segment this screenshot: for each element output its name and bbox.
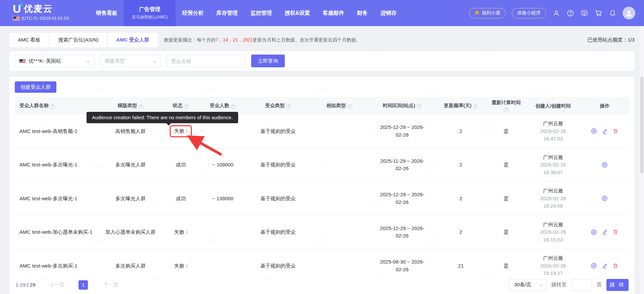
view-icon[interactable] bbox=[591, 229, 597, 235]
scrollbar-thumb[interactable] bbox=[640, 76, 643, 173]
user-avatar[interactable] bbox=[623, 7, 635, 19]
col-similar-type: 相似类型? bbox=[310, 97, 369, 115]
nav-customer-email[interactable]: 客服邮件 bbox=[316, 0, 351, 26]
col-recalc-time: 重新计算时间? bbox=[486, 97, 526, 115]
col-audience-name: 受众人群名称? bbox=[15, 97, 99, 115]
logo-dot bbox=[19, 3, 22, 6]
update-days-highlight: 7，14，21，28日 bbox=[216, 37, 253, 43]
status-info-icon[interactable]: i bbox=[186, 128, 187, 134]
chevron-down-icon bbox=[539, 282, 543, 288]
edit-icon[interactable] bbox=[602, 229, 608, 235]
us-flag-icon bbox=[19, 59, 26, 63]
delete-icon[interactable] bbox=[612, 229, 619, 235]
col-actions: 操作 bbox=[580, 97, 629, 115]
delete-icon[interactable] bbox=[612, 128, 619, 134]
nav-inventory[interactable]: 库存管理 bbox=[210, 0, 244, 26]
topbar-right-actions: 福利小屋 体验小程序 bbox=[469, 0, 635, 26]
nav-ad-management[interactable]: 广告管理 亚马逊营销云(AMC) bbox=[124, 0, 176, 26]
chevron-down-icon bbox=[86, 58, 90, 64]
tab-amc-dashboard[interactable]: AMC 看板 bbox=[9, 33, 49, 47]
view-icon[interactable] bbox=[591, 263, 597, 269]
help-icon[interactable]: ? bbox=[286, 104, 291, 109]
view-icon[interactable] bbox=[591, 128, 597, 134]
top-navigation-bar: U 优麦云 (UTC-7): 03/19 01:01:03 销售看板 广告管理 … bbox=[0, 0, 644, 26]
col-creator-time: 创建人/创建时间 bbox=[526, 97, 580, 115]
edit-icon[interactable] bbox=[602, 128, 608, 134]
view-icon[interactable] bbox=[601, 195, 608, 202]
nav-business-analysis[interactable]: 经营分析 bbox=[176, 0, 210, 26]
cart-icon[interactable] bbox=[594, 9, 602, 17]
col-update-frequency: 更新频率(天)? bbox=[436, 97, 486, 115]
bell-icon[interactable] bbox=[608, 9, 616, 17]
audience-name-input[interactable] bbox=[167, 55, 246, 67]
tab-amc-audience[interactable]: AMC 受众人群 bbox=[108, 33, 158, 47]
filter-bar: 优***K- 美国站 模版类型 立即查询 bbox=[9, 51, 635, 71]
help-icon[interactable]: ? bbox=[139, 104, 144, 109]
page-unit-label: 页 bbox=[597, 282, 602, 288]
mini-program-button[interactable]: 体验小程序 bbox=[512, 8, 546, 18]
page-size-select[interactable]: 30条/页 bbox=[509, 279, 547, 291]
chevron-down-icon bbox=[153, 58, 157, 64]
table-row: AMC test-web-加心愿单未购买-1 加入心愿单未购买人群 失败i 基于… bbox=[15, 215, 629, 249]
nav-ad-management-sub: 亚马逊营销云(AMC) bbox=[132, 14, 168, 20]
help-icon[interactable] bbox=[566, 9, 574, 17]
audience-list-panel: 创建受众人群 受众人群名称? 模版类型? 状态? 受众人数? 受众类型? 相似类… bbox=[9, 77, 635, 294]
jump-page-input[interactable] bbox=[571, 279, 592, 291]
brand-block: U 优麦云 (UTC-7): 03/19 01:01:03 bbox=[13, 0, 85, 26]
nav-purchase-sale-stock[interactable]: 进销存 bbox=[374, 0, 403, 26]
error-tooltip: Audience creation failed: There are no m… bbox=[87, 112, 238, 123]
us-flag-icon bbox=[13, 16, 19, 20]
col-audience-type: 受众类型? bbox=[246, 97, 310, 115]
audience-table: 受众人群名称? 模版类型? 状态? 受众人数? 受众类型? 相似类型? 时间区间… bbox=[15, 97, 629, 294]
nav-sales-dashboard[interactable]: 销售看板 bbox=[90, 0, 124, 26]
app-logo[interactable]: U bbox=[13, 3, 21, 14]
list-toolbar: 创建受众人群 bbox=[9, 77, 635, 97]
data-update-notice: 数据更新频次：每个月的 7，14，21，28日 更新当月和上月数据。首次开通更新… bbox=[164, 33, 361, 47]
pagination-range: 1-29 / 29 bbox=[15, 282, 35, 288]
pagination-bar: 1-29 / 29 上一页 1 下一页 30条/页 跳转至 页 跳 转 bbox=[9, 276, 635, 294]
site-quota-text: 已使用站点额度：1/3 bbox=[587, 33, 635, 47]
help-icon[interactable]: ? bbox=[347, 104, 352, 109]
help-icon[interactable]: ? bbox=[231, 104, 236, 109]
nav-authorization-settings[interactable]: 授权&设置 bbox=[278, 0, 317, 26]
status-info-icon[interactable]: i bbox=[186, 229, 187, 235]
status-info-icon[interactable]: i bbox=[186, 263, 187, 269]
tab-search-ad-asin[interactable]: 搜索广告位(ASIN) bbox=[50, 33, 107, 47]
help-icon[interactable]: ? bbox=[473, 104, 478, 109]
jump-button[interactable]: 跳 转 bbox=[606, 279, 629, 291]
search-button[interactable]: 立即查询 bbox=[251, 55, 285, 67]
help-icon[interactable]: ? bbox=[184, 104, 189, 109]
tab-bar: AMC 看板 搜索广告位(ASIN) AMC 受众人群 数据更新频次：每个月的 … bbox=[0, 26, 644, 47]
vertical-scrollbar bbox=[640, 26, 644, 294]
app-title: 优麦云 bbox=[24, 3, 53, 15]
help-icon[interactable]: ? bbox=[417, 104, 422, 109]
help-icon[interactable]: ? bbox=[504, 107, 509, 112]
delete-icon[interactable] bbox=[612, 263, 619, 269]
nav-finance[interactable]: 财务 bbox=[351, 0, 374, 26]
audience-name-cell: AMC test-web-高销售额-2 bbox=[15, 115, 99, 148]
message-icon[interactable] bbox=[580, 9, 588, 17]
col-time-range: 时间区间(站点)? bbox=[369, 97, 436, 115]
failed-status-annotation: 失败i bbox=[170, 125, 192, 137]
next-page-button[interactable]: 下一页 bbox=[103, 282, 118, 288]
edit-icon[interactable] bbox=[602, 263, 608, 269]
welfare-house-button[interactable]: 福利小屋 bbox=[469, 8, 506, 18]
page-number-button[interactable]: 1 bbox=[78, 280, 88, 290]
house-icon bbox=[474, 10, 480, 16]
main-nav: 销售看板 广告管理 亚马逊营销云(AMC) 经营分析 库存管理 监控管理 授权&… bbox=[90, 0, 403, 26]
site-select[interactable]: 优***K- 美国站 bbox=[15, 55, 95, 67]
nav-monitoring[interactable]: 监控管理 bbox=[244, 0, 278, 26]
prev-page-button[interactable]: 上一页 bbox=[49, 282, 64, 288]
timezone-clock: (UTC-7): 03/19 01:01:03 bbox=[21, 16, 69, 21]
table-row: AMC test-web-多次曝光-1 多次曝光人群 成功 ~ 109000 基… bbox=[15, 148, 629, 182]
jump-to-label: 跳转至 bbox=[551, 282, 567, 288]
help-icon[interactable]: ? bbox=[50, 104, 55, 109]
customer-service-icon[interactable] bbox=[552, 9, 560, 17]
create-audience-button[interactable]: 创建受众人群 bbox=[15, 81, 56, 93]
view-icon[interactable] bbox=[601, 162, 608, 168]
template-type-select[interactable]: 模版类型 bbox=[100, 55, 161, 67]
table-row: AMC test-web-多次曝光-1 多次曝光人群 成功 ~ 139000 基… bbox=[15, 182, 629, 216]
